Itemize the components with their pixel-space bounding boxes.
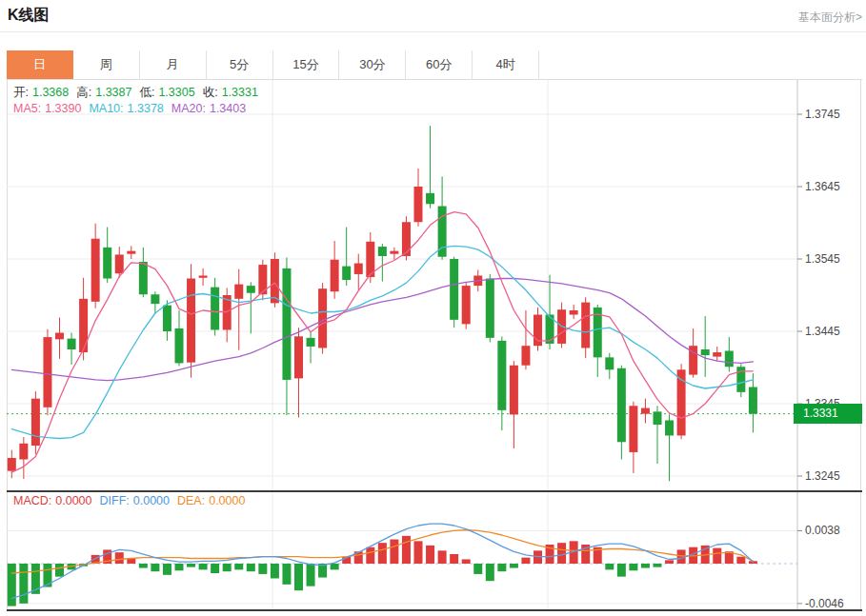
tab-bar-spacer xyxy=(539,50,862,79)
current-price-tag: 1.3331 xyxy=(794,404,862,424)
chart-bottom-border xyxy=(7,609,862,611)
tab-15分[interactable]: 15分 xyxy=(273,50,340,79)
macd-tick-label: -0.0046 xyxy=(805,597,844,610)
tab-5分[interactable]: 5分 xyxy=(207,50,273,79)
price-tick-label: 1.3245 xyxy=(805,469,840,483)
price-tick-label: 1.3745 xyxy=(805,108,840,121)
interval-tab-bar: 日周月5分15分30分60分4时 xyxy=(7,50,862,80)
tab-周[interactable]: 周 xyxy=(73,50,140,79)
header-divider xyxy=(0,31,866,32)
tab-4时[interactable]: 4时 xyxy=(473,50,539,79)
fundamental-analysis-link[interactable]: 基本面分析> xyxy=(798,10,862,26)
tab-60分[interactable]: 60分 xyxy=(406,50,473,79)
macd-tick-label: 0.0038 xyxy=(805,524,840,537)
kline-page: { "header": { "title": "K线图", "link": "基… xyxy=(0,0,866,616)
macd-chart-canvas[interactable]: 0.0038-0.0046 xyxy=(0,491,866,615)
tab-日[interactable]: 日 xyxy=(7,50,73,79)
price-tick-label: 1.3545 xyxy=(805,252,840,266)
price-tick-label: 1.3445 xyxy=(805,325,840,338)
page-title: K线图 xyxy=(8,6,50,26)
price-tick-label: 1.3645 xyxy=(805,180,840,193)
tab-月[interactable]: 月 xyxy=(140,50,207,79)
panel-divider xyxy=(7,490,862,492)
candlestick-chart-canvas[interactable]: 1.37451.36451.35451.34451.33451.3245 xyxy=(0,80,866,491)
tab-30分[interactable]: 30分 xyxy=(339,50,406,79)
